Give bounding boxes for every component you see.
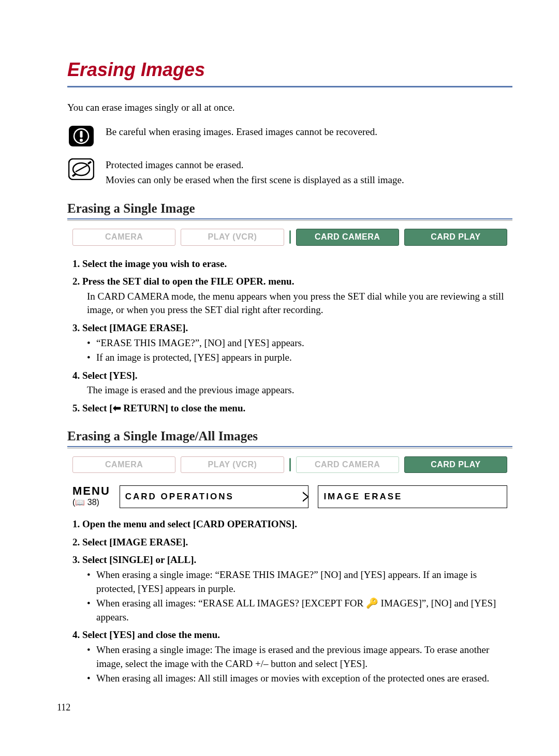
s1-step2: 2. Press the SET dial to open the FILE O… xyxy=(72,275,512,289)
note-text-1: Protected images cannot be erased. xyxy=(106,158,512,172)
s2-step1: 1. Open the menu and select [CARD OPERAT… xyxy=(72,517,512,531)
mode-camera: CAMERA xyxy=(72,229,175,245)
section-heading-single: Erasing a Single Image xyxy=(67,199,512,219)
svg-point-3 xyxy=(80,139,83,142)
intro-text: You can erase images singly or all at on… xyxy=(67,101,512,115)
submenu-arrow-icon xyxy=(303,492,309,502)
mode-play-vcr: PLAY (VCR) xyxy=(181,229,284,245)
menu-cell-card-operations: CARD OPERATIONS xyxy=(120,485,309,508)
section-heading-all: Erasing a Single Image/All Images xyxy=(67,427,512,447)
mode-camera-2: CAMERA xyxy=(72,456,175,473)
s2-step4: 4. Select [YES] and close the menu. xyxy=(72,628,512,642)
s2-step2: 2. Select [IMAGE ERASE]. xyxy=(72,536,512,550)
note-block: Protected images cannot be erased. Movie… xyxy=(67,158,512,188)
book-icon: 📖 xyxy=(75,498,85,507)
mode-separator xyxy=(289,230,291,244)
mode-play-vcr-2: PLAY (VCR) xyxy=(181,456,284,473)
mode-card-play: CARD PLAY xyxy=(404,229,507,245)
page-title: Erasing Images xyxy=(67,57,512,87)
warning-text: Be careful when erasing images. Erased i… xyxy=(106,125,512,139)
s2-step3: 3. Select [SINGLE] or [ALL]. xyxy=(72,553,512,567)
warning-block: Be careful when erasing images. Erased i… xyxy=(67,125,512,147)
s1-step5: 5. Select [⬅ RETURN] to close the menu. xyxy=(72,402,512,416)
menu-cell-image-erase: IMAGE ERASE xyxy=(318,485,507,508)
s2-step4-bullet1: When erasing a single image: The image i… xyxy=(87,643,512,671)
page-number: 112 xyxy=(57,701,512,714)
warning-icon xyxy=(68,125,94,147)
svg-rect-2 xyxy=(80,131,83,138)
s2-step3-bullet1: When erasing a single image: “ERASE THIS… xyxy=(87,568,512,596)
s1-step1: 1. Select the image you wish to erase. xyxy=(72,257,512,271)
note-icon xyxy=(68,158,94,180)
s1-step2-body: In CARD CAMERA mode, the menu appears wh… xyxy=(87,290,512,317)
menu-breadcrumb: MENU (📖 38) CARD OPERATIONS IMAGE ERASE xyxy=(72,485,507,508)
menu-label: MENU (📖 38) xyxy=(72,485,110,508)
s1-step3: 3. Select [IMAGE ERASE]. xyxy=(72,321,512,335)
s1-step3-bullet1: “ERASE THIS IMAGE?”, [NO] and [YES] appe… xyxy=(87,336,512,350)
note-text-2: Movies can only be erased when the first… xyxy=(106,173,512,187)
mode-separator-2 xyxy=(289,458,291,471)
s2-step4-bullet2: When erasing all images: All still image… xyxy=(87,672,512,686)
s1-step3-bullet2: If an image is protected, [YES] appears … xyxy=(87,351,512,365)
mode-row-1: CAMERA PLAY (VCR) CARD CAMERA CARD PLAY xyxy=(67,227,512,253)
mode-card-play-2: CARD PLAY xyxy=(404,456,507,473)
mode-card-camera: CARD CAMERA xyxy=(296,229,399,245)
s2-step3-bullet2: When erasing all images: “ERASE ALL IMAG… xyxy=(87,597,512,624)
mode-card-camera-2: CARD CAMERA xyxy=(296,456,399,473)
s1-step4: 4. Select [YES]. xyxy=(72,369,512,383)
s1-step4-body: The image is erased and the previous ima… xyxy=(87,383,512,397)
mode-row-2: CAMERA PLAY (VCR) CARD CAMERA CARD PLAY xyxy=(67,454,512,480)
